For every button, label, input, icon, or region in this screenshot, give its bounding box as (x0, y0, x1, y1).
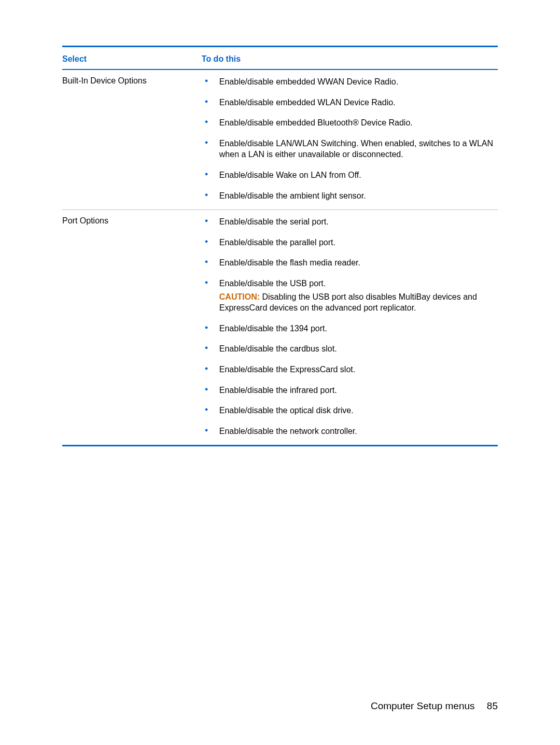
list-item: Enable/disable the serial port. (202, 216, 498, 228)
list-item: Enable/disable the infrared port. (202, 385, 498, 396)
table-row: Port Options Enable/disable the serial p… (62, 210, 498, 446)
page-footer: Computer Setup menus 85 (371, 700, 498, 712)
page-number: 85 (487, 700, 498, 711)
list-item: Enable/disable embedded WWAN Device Radi… (202, 76, 498, 88)
list-item: Enable/disable the USB port. (202, 278, 498, 289)
options-table: Select To do this Built-In Device Option… (62, 46, 498, 446)
list-item: Enable/disable embedded Bluetooth® Devic… (202, 117, 498, 129)
list-item: Enable/disable the network controller. (202, 426, 498, 437)
list-item: Enable/disable the optical disk drive. (202, 405, 498, 416)
list-item: Enable/disable Wake on LAN from Off. (202, 170, 498, 181)
list-item: Enable/disable the flash media reader. (202, 257, 498, 269)
caution-label: CAUTION: (219, 292, 260, 301)
footer-title: Computer Setup menus (371, 700, 475, 711)
list-item: Enable/disable embedded WLAN Device Radi… (202, 97, 498, 108)
row-label-port-options: Port Options (62, 210, 202, 446)
list-item: Enable/disable the parallel port. (202, 237, 498, 248)
bullet-list: Enable/disable the 1394 port. Enable/dis… (202, 323, 498, 437)
list-item: Enable/disable the cardbus slot. (202, 343, 498, 355)
list-item: Enable/disable the 1394 port. (202, 323, 498, 334)
document-page: Select To do this Built-In Device Option… (0, 0, 560, 745)
header-select: Select (62, 47, 202, 70)
row-content-built-in-device-options: Enable/disable embedded WWAN Device Radi… (202, 69, 498, 210)
table-header-row: Select To do this (62, 47, 498, 70)
list-item: Enable/disable the ambient light sensor. (202, 190, 498, 202)
row-label-built-in-device-options: Built-In Device Options (62, 69, 202, 210)
list-item: Enable/disable LAN/WLAN Switching. When … (202, 138, 498, 160)
row-content-port-options: Enable/disable the serial port. Enable/d… (202, 210, 498, 446)
table-row: Built-In Device Options Enable/disable e… (62, 69, 498, 210)
caution-note: CAUTION: Disabling the USB port also dis… (202, 291, 498, 314)
list-item: Enable/disable the ExpressCard slot. (202, 364, 498, 375)
bullet-list: Enable/disable embedded WWAN Device Radi… (202, 76, 498, 201)
bullet-list: Enable/disable the serial port. Enable/d… (202, 216, 498, 289)
header-action: To do this (202, 47, 498, 70)
